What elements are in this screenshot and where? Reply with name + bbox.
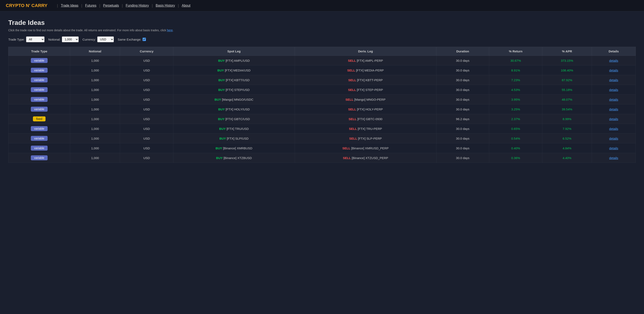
table-row[interactable]: variable1,000USDBUY [FTX] MEDIA/USDSELL …: [8, 66, 636, 75]
currency-cell: USD: [120, 66, 173, 75]
trade-type-badge: variable: [31, 58, 48, 63]
sell-label: SELL: [349, 117, 356, 121]
deriv-venue: [Binance]: [351, 146, 364, 150]
nav-sep-3: |: [99, 4, 100, 8]
sell-label: SELL: [348, 59, 356, 62]
pct-apr-cell: 55.18%: [542, 85, 592, 95]
basis-history-nav[interactable]: Basis History: [156, 4, 175, 8]
table-row[interactable]: variable1,000USDBUY [FTX] HOLY/USDSELL […: [8, 104, 636, 114]
funding-history-nav[interactable]: Funding History: [126, 4, 149, 8]
currency-filter: Currency: USD BTC ETH: [82, 37, 114, 42]
trade-type-cell: variable: [8, 124, 70, 134]
notional-select[interactable]: 1,000 5,000 10,000 50,000: [62, 37, 79, 42]
buy-label: BUY: [218, 88, 225, 92]
duration-cell: 30.0 days: [436, 124, 489, 134]
col-currency: Currency: [120, 47, 173, 56]
same-exchange-checkbox[interactable]: [142, 38, 146, 41]
deriv-leg-cell: SELL [Binance] XTZUSD_PERP: [295, 153, 436, 163]
col-deriv-leg: Deriv. Leg: [295, 47, 436, 56]
trade-type-cell: fixed: [8, 114, 70, 124]
deriv-venue: [FTX]: [356, 69, 364, 72]
table-row[interactable]: variable1,000USDBUY [FTX] STEP/USDSELL […: [8, 85, 636, 95]
currency-cell: USD: [120, 153, 173, 163]
table-body: variable1,000USDBUY [FTX] AMPL/USDSELL […: [8, 56, 636, 163]
trade-type-badge: variable: [31, 87, 48, 92]
details-cell: details: [592, 85, 636, 95]
currency-cell: USD: [120, 143, 173, 153]
subtitle: Click the trade row to find out more det…: [8, 29, 636, 32]
currency-select[interactable]: USD BTC ETH: [97, 37, 114, 42]
deriv-pair: MNGO-PERP: [366, 98, 386, 101]
pct-return-cell: 0.40%: [489, 143, 542, 153]
table-row[interactable]: variable1,000USDBUY [Binance] XTZBUSDSEL…: [8, 153, 636, 163]
deriv-pair: KBTT-PERP: [366, 78, 383, 82]
nav-sep-6: |: [178, 4, 179, 8]
trade-ideas-nav[interactable]: Trade Ideas: [61, 4, 78, 8]
spot-pair: TRU/USD: [235, 127, 249, 131]
nav-logo[interactable]: CRYPTO N' CARRY: [6, 3, 48, 8]
table-row[interactable]: variable1,000USDBUY [Binance] XMRBUSDSEL…: [8, 143, 636, 153]
col-duration: Duration: [436, 47, 489, 56]
trade-type-cell: variable: [8, 104, 70, 114]
details-link[interactable]: details: [609, 127, 618, 131]
col-details: Details: [592, 47, 636, 56]
buy-label: BUY: [218, 108, 225, 111]
nav-sep-1: |: [57, 4, 58, 8]
here-link[interactable]: here: [167, 29, 172, 32]
details-link[interactable]: details: [609, 117, 618, 121]
table-row[interactable]: variable1,000USDBUY [FTX] SLP/USDSELL [F…: [8, 134, 636, 143]
pct-return-cell: 3.95%: [489, 95, 542, 104]
duration-cell: 30.0 days: [436, 85, 489, 95]
trade-type-label: Trade Type:: [8, 38, 25, 41]
details-link[interactable]: details: [609, 98, 618, 101]
buy-label: BUY: [216, 146, 222, 150]
table-row[interactable]: fixed1,000USDBUY [FTX] GBTC/USDSELL [FTX…: [8, 114, 636, 124]
deriv-leg-cell: SELL [FTX] MEDIA-PERP: [295, 66, 436, 75]
deriv-pair: XMRUSD_PERP: [365, 146, 389, 150]
details-link[interactable]: details: [609, 137, 618, 140]
deriv-venue: [FTX]: [358, 117, 365, 121]
details-link[interactable]: details: [609, 146, 618, 150]
trade-type-badge: variable: [31, 126, 48, 131]
deriv-leg-cell: SELL [FTX] GBTC-0930: [295, 114, 436, 124]
notional-cell: 1,000: [70, 56, 120, 66]
buy-label: BUY: [218, 117, 225, 121]
subtitle-text: Click the trade row to find out more det…: [8, 29, 167, 32]
pct-apr-cell: 8.99%: [542, 114, 592, 124]
pct-return-cell: 0.65%: [489, 124, 542, 134]
sell-label: SELL: [346, 98, 354, 101]
notional-cell: 1,000: [70, 143, 120, 153]
deriv-pair: XTZUSD_PERP: [366, 156, 388, 160]
col-pct-apr: % APR: [542, 47, 592, 56]
sell-label: SELL: [348, 78, 356, 82]
trade-type-select[interactable]: All Variable Fixed: [26, 37, 44, 42]
deriv-venue: [FTX]: [357, 108, 365, 111]
details-link[interactable]: details: [609, 88, 618, 92]
about-nav[interactable]: About: [182, 4, 190, 8]
details-link[interactable]: details: [609, 69, 618, 72]
col-trade-type: Trade Type: [8, 47, 70, 56]
deriv-pair: AMPL-PERP: [365, 59, 383, 62]
spot-pair: HOLY/USD: [234, 108, 250, 111]
notional-cell: 1,000: [70, 75, 120, 85]
table-row[interactable]: variable1,000USDBUY [Mango] MNGO/USDCSEL…: [8, 95, 636, 104]
pct-apr-cell: 108.40%: [542, 66, 592, 75]
futures-nav[interactable]: Futures: [85, 4, 96, 8]
notional-cell: 1,000: [70, 114, 120, 124]
details-link[interactable]: details: [609, 108, 618, 111]
spot-pair: KBTT/USD: [234, 78, 250, 82]
deriv-leg-cell: SELL [FTX] TRU-PERP: [295, 124, 436, 134]
notional-cell: 1,000: [70, 104, 120, 114]
spot-pair: AMPL/USD: [234, 59, 250, 62]
details-cell: details: [592, 143, 636, 153]
perpetuals-nav[interactable]: Perpetuals: [103, 4, 119, 8]
details-link[interactable]: details: [609, 156, 618, 160]
table-row[interactable]: variable1,000USDBUY [FTX] KBTT/USDSELL […: [8, 75, 636, 85]
deriv-venue: [FTX]: [357, 78, 365, 82]
table-row[interactable]: variable1,000USDBUY [FTX] AMPL/USDSELL […: [8, 56, 636, 66]
details-cell: details: [592, 104, 636, 114]
table-row[interactable]: variable1,000USDBUY [FTX] TRU/USDSELL [F…: [8, 124, 636, 134]
details-link[interactable]: details: [609, 78, 618, 82]
spot-leg-cell: BUY [FTX] GBTC/USD: [173, 114, 295, 124]
details-link[interactable]: details: [609, 59, 618, 62]
